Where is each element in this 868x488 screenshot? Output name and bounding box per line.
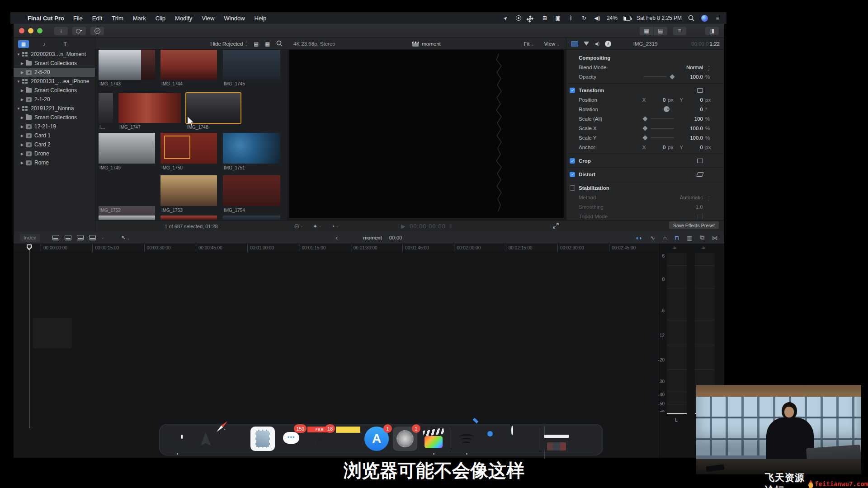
disclosure-triangle-icon[interactable]: ▼ — [16, 107, 21, 111]
clip-thumbnail[interactable] — [99, 133, 155, 164]
dock-mail[interactable] — [250, 427, 275, 451]
dock-calendar[interactable]: FEB 8 18 — [307, 427, 332, 451]
clip-thumbnail[interactable] — [160, 50, 217, 80]
timeline-timecode[interactable]: 00:00 — [389, 235, 402, 240]
blend-mode-stepper[interactable]: ⌃⌄ — [707, 66, 710, 70]
scale-y-slider[interactable] — [651, 137, 674, 138]
location-services-icon[interactable]: ➤ — [500, 13, 511, 23]
menu-clock[interactable]: Sat Feb 8 2:25 PM — [637, 15, 682, 21]
anchor-y-value[interactable]: 0 — [688, 145, 703, 150]
timeline-project-name[interactable]: moment — [363, 235, 382, 240]
clip-thumbnail[interactable] — [99, 50, 155, 80]
snapping-icon[interactable]: ⊓ — [675, 235, 679, 241]
enhancements-sliders-button[interactable]: ≡ — [673, 27, 686, 35]
siri-icon[interactable] — [701, 14, 708, 22]
clip-thumbnail[interactable] — [223, 175, 280, 206]
save-effects-preset-button[interactable]: Save Effects Preset — [669, 221, 719, 229]
insert-edit-icon[interactable] — [65, 235, 71, 240]
sidebar-item-event[interactable]: ▶★2-1-20 — [14, 95, 95, 104]
playhead[interactable] — [29, 244, 29, 428]
disclosure-triangle-icon[interactable]: ▶ — [19, 98, 25, 102]
sidebar-item-smart-collections[interactable]: ▶Smart Collections — [14, 59, 95, 68]
color-inspector-tab-icon[interactable] — [584, 42, 589, 46]
dock-launchpad[interactable] — [193, 427, 218, 451]
media-browser-toggle[interactable]: ▦ — [640, 27, 653, 35]
viewer-timecode[interactable]: 00:00:00:00 — [410, 223, 446, 230]
solo-headphones-icon[interactable]: ∩ — [663, 235, 667, 241]
notification-center-icon[interactable]: ≡ — [714, 14, 721, 22]
disclosure-triangle-icon[interactable]: ▶ — [19, 143, 25, 147]
disclosure-triangle-icon[interactable]: ▼ — [16, 52, 21, 56]
retime-dropdown[interactable]: ◔⌄ — [331, 223, 339, 230]
menu-view[interactable]: View — [202, 15, 214, 22]
scale-x-value[interactable]: 100.0 — [678, 126, 703, 131]
scale-x-slider[interactable] — [651, 128, 674, 129]
connect-edit-icon[interactable] — [52, 235, 59, 240]
anchor-x-value[interactable]: 0 — [650, 145, 665, 150]
minimize-window-button[interactable] — [28, 28, 33, 33]
clips-tab-clapper-icon[interactable]: ▦ — [18, 40, 29, 48]
clip-thumbnail-partial[interactable] — [160, 216, 217, 220]
clip-thumbnail[interactable] — [160, 133, 217, 164]
select-tool-dropdown[interactable]: ↖ ⌄ — [121, 235, 130, 241]
dock-quicktime[interactable] — [483, 427, 507, 451]
overwrite-edit-icon[interactable] — [89, 235, 96, 240]
rotation-dial[interactable] — [664, 106, 670, 112]
dock-safari[interactable] — [222, 427, 246, 451]
menu-app-name[interactable]: Final Cut Pro — [28, 15, 64, 22]
sidebar-item-event[interactable]: ▶★Card 1 — [14, 131, 95, 140]
keyboard-battery-icon[interactable]: ▣ — [554, 14, 561, 22]
dock-finder[interactable] — [165, 427, 189, 451]
rotation-value[interactable]: 0 — [688, 107, 703, 112]
clip-thumbnail[interactable] — [99, 93, 113, 123]
audio-lanes-icon[interactable]: ‖ — [449, 223, 452, 230]
import-media-button[interactable]: ↓ — [54, 27, 68, 35]
disclosure-triangle-icon[interactable]: ▶ — [19, 116, 25, 120]
crop-onscreen-icon[interactable] — [697, 159, 703, 163]
fit-zoom-dropdown[interactable]: Fit ⌄ — [524, 41, 534, 47]
bluetooth-icon[interactable]: ᛒ — [567, 14, 575, 22]
menu-modify[interactable]: Modify — [175, 15, 192, 22]
clip-skimming-icon[interactable]: ◖◗ — [635, 235, 642, 241]
timeline-ruler[interactable]: 00:00:00:00 00:00:15:00 00:00:30:00 00:0… — [14, 244, 659, 252]
dropbox-icon[interactable] — [528, 14, 535, 22]
dock-spotify[interactable] — [454, 427, 479, 451]
clip-thumbnail[interactable] — [160, 175, 217, 206]
clip-thumbnail[interactable] — [223, 133, 280, 164]
disclosure-triangle-icon[interactable]: ▶ — [19, 70, 25, 75]
fullscreen-expand-icon[interactable] — [553, 223, 559, 230]
background-tasks-button[interactable]: ✓ — [90, 27, 104, 35]
enhancements-wand-dropdown[interactable]: ✦⌄ — [313, 223, 321, 230]
browser-search-icon[interactable] — [276, 40, 283, 47]
dock-app-store[interactable]: A1 — [364, 427, 389, 451]
transform-onscreen-icon[interactable] — [697, 88, 703, 93]
menu-clip[interactable]: Clip — [156, 15, 165, 22]
volume-icon[interactable]: ◀) — [594, 14, 601, 22]
distort-onscreen-icon[interactable] — [696, 172, 703, 177]
battery-icon[interactable] — [623, 14, 631, 22]
menu-help[interactable]: Help — [255, 15, 267, 22]
view-options-dropdown[interactable]: View ⌄ — [544, 41, 560, 47]
distort-checkbox[interactable]: ✓ — [570, 172, 575, 177]
stabilization-method-value[interactable]: Automatic — [678, 195, 703, 200]
crop-checkbox[interactable]: ✓ — [570, 158, 575, 164]
clip-appearance-icon[interactable]: ▥ — [687, 235, 692, 241]
filmstrip-view-icon[interactable]: ▦ — [265, 41, 270, 47]
sync-icon[interactable]: ↻ — [580, 14, 588, 22]
smoothing-value[interactable]: 1.0 — [678, 204, 703, 210]
blend-mode-value[interactable]: Normal — [678, 65, 703, 70]
opacity-value[interactable]: 100.0 — [678, 74, 703, 80]
play-button[interactable]: ▶ — [401, 223, 406, 230]
sidebar-item-event[interactable]: ▶★Rome — [14, 158, 95, 167]
sidebar-item-event[interactable]: ▶★Card 2 — [14, 140, 95, 149]
tripod-mode-checkbox[interactable] — [698, 214, 703, 219]
dock-final-cut-pro[interactable] — [421, 427, 446, 451]
list-view-icon[interactable]: ▤ — [254, 41, 259, 47]
titles-generators-tab-icon[interactable]: T — [60, 40, 71, 48]
disclosure-triangle-icon[interactable]: ▶ — [19, 89, 25, 93]
duplicate-windows-icon[interactable]: ⧉ — [700, 234, 704, 241]
scale-all-keyframe-icon[interactable] — [642, 116, 647, 121]
dock-blue-sphere-app[interactable] — [511, 427, 536, 451]
scale-all-slider[interactable] — [651, 118, 674, 119]
clip-thumbnail[interactable] — [118, 93, 181, 123]
